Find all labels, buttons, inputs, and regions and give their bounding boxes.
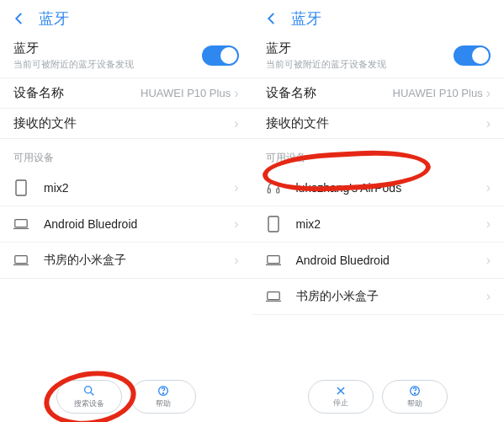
laptop-icon <box>266 289 281 304</box>
laptop-icon <box>266 253 281 268</box>
device-name: 书房的小米盒子 <box>296 289 486 304</box>
bluetooth-toggle[interactable] <box>454 45 491 66</box>
device-name-label: 设备名称 <box>13 85 64 101</box>
close-icon <box>335 385 347 397</box>
device-row-airpods[interactable]: lukezhang's AirPods › <box>252 170 505 206</box>
svg-rect-7 <box>276 189 279 193</box>
chevron-right-icon: › <box>234 253 238 268</box>
chevron-right-icon: › <box>486 289 491 304</box>
footer-actions: 搜索设备 帮助 <box>0 380 252 414</box>
device-name-row[interactable]: 设备名称 HUAWEI P10 Plus › <box>0 78 252 109</box>
received-files-row[interactable]: 接收的文件 › <box>0 109 252 139</box>
help-button[interactable]: 帮助 <box>382 380 448 414</box>
svg-rect-9 <box>267 256 279 264</box>
received-files-row[interactable]: 接收的文件 › <box>252 109 505 139</box>
bluetooth-toggle-row: 蓝牙 当前可被附近的蓝牙设备发现 <box>0 34 252 78</box>
device-row[interactable]: mix2 › <box>0 170 252 206</box>
chevron-right-icon: › <box>234 180 238 195</box>
device-name-value: HUAWEI P10 Plus <box>141 87 231 99</box>
svg-rect-2 <box>15 256 27 264</box>
page-header: 蓝牙 <box>252 0 505 34</box>
svg-rect-6 <box>268 189 270 193</box>
device-name-label: 设备名称 <box>266 85 316 101</box>
available-devices-header: 可用设备 <box>252 139 505 170</box>
help-button-label: 帮助 <box>407 398 422 409</box>
bluetooth-toggle-row: 蓝牙 当前可被附近的蓝牙设备发现 <box>252 34 505 78</box>
device-name: 书房的小米盒子 <box>44 253 234 268</box>
bluetooth-label: 蓝牙 <box>266 40 386 56</box>
device-name: mix2 <box>296 217 486 231</box>
bluetooth-toggle[interactable] <box>202 45 239 66</box>
chevron-right-icon: › <box>486 180 491 195</box>
stop-search-button[interactable]: 停止 <box>308 380 374 414</box>
chevron-right-icon: › <box>486 86 491 101</box>
search-button-label: 搜索设备 <box>74 398 104 409</box>
help-icon <box>408 384 422 398</box>
device-name: lukezhang's AirPods <box>296 181 486 195</box>
device-row[interactable]: Android Bluedroid › <box>0 206 252 243</box>
chevron-right-icon: › <box>234 116 238 131</box>
received-files-label: 接收的文件 <box>266 115 329 131</box>
device-name: mix2 <box>44 181 234 195</box>
svg-point-5 <box>162 393 163 393</box>
available-devices-header: 可用设备 <box>0 139 252 170</box>
chevron-right-icon: › <box>234 86 238 101</box>
svg-rect-10 <box>267 292 279 300</box>
chevron-right-icon: › <box>486 116 491 131</box>
help-button-label: 帮助 <box>156 398 171 409</box>
bluetooth-label: 蓝牙 <box>13 40 134 56</box>
svg-point-12 <box>415 393 416 393</box>
bluetooth-sublabel: 当前可被附近的蓝牙设备发现 <box>13 58 134 71</box>
search-devices-button[interactable]: 搜索设备 <box>56 380 122 414</box>
device-row[interactable]: 书房的小米盒子 › <box>0 243 252 279</box>
svg-rect-1 <box>15 220 27 227</box>
page-title: 蓝牙 <box>291 8 321 29</box>
phone-icon <box>266 216 281 232</box>
device-name-value: HUAWEI P10 Plus <box>393 87 483 99</box>
help-icon <box>157 384 170 398</box>
svg-point-3 <box>84 387 91 393</box>
laptop-icon <box>13 216 29 232</box>
back-arrow-icon[interactable] <box>264 11 279 26</box>
device-name: Android Bluedroid <box>44 217 234 231</box>
chevron-right-icon: › <box>486 253 491 268</box>
bluetooth-sublabel: 当前可被附近的蓝牙设备发现 <box>266 58 386 71</box>
device-row[interactable]: mix2 › <box>252 206 505 243</box>
received-files-label: 接收的文件 <box>13 115 77 131</box>
search-icon <box>82 384 96 398</box>
stop-button-label: 停止 <box>333 398 348 409</box>
page-title: 蓝牙 <box>39 8 69 29</box>
headphones-icon <box>266 180 281 195</box>
pane-before: 蓝牙 蓝牙 当前可被附近的蓝牙设备发现 设备名称 HUAWEI P10 Plus… <box>0 0 252 422</box>
device-name-row[interactable]: 设备名称 HUAWEI P10 Plus › <box>252 78 505 109</box>
device-row[interactable]: Android Bluedroid › <box>252 243 505 279</box>
laptop-icon <box>13 253 29 268</box>
help-button[interactable]: 帮助 <box>130 380 196 414</box>
back-arrow-icon[interactable] <box>12 11 27 26</box>
chevron-right-icon: › <box>486 216 491 232</box>
footer-actions: 停止 帮助 <box>252 380 505 414</box>
device-name: Android Bluedroid <box>296 254 486 267</box>
svg-rect-8 <box>268 216 279 232</box>
svg-rect-0 <box>16 180 26 195</box>
chevron-right-icon: › <box>234 216 238 232</box>
pane-after: 蓝牙 蓝牙 当前可被附近的蓝牙设备发现 设备名称 HUAWEI P10 Plus… <box>252 0 505 422</box>
device-row[interactable]: 书房的小米盒子 › <box>252 279 505 315</box>
page-header: 蓝牙 <box>0 0 252 34</box>
phone-icon <box>13 180 29 195</box>
